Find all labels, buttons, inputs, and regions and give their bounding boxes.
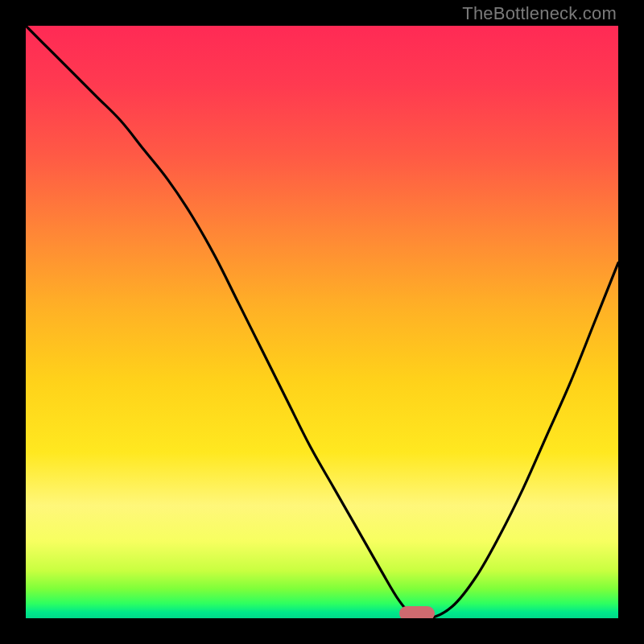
chart-frame: TheBottleneck.com <box>0 0 644 644</box>
optimal-marker <box>399 606 435 618</box>
plot-area <box>26 26 618 618</box>
watermark-text: TheBottleneck.com <box>462 3 617 24</box>
bottleneck-curve <box>26 26 618 618</box>
